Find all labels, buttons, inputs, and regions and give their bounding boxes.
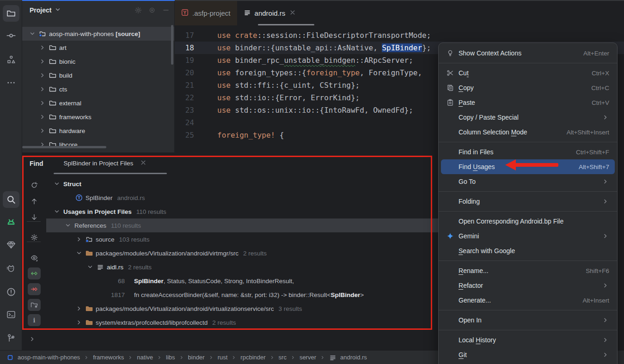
hide-panel-icon[interactable] — [162, 6, 170, 14]
sidebar-icon-problems[interactable] — [3, 284, 19, 300]
navigate-with-single-click-button[interactable] — [28, 267, 41, 279]
find-result-packages-modules-virtualization-android-virtualizationservice-src[interactable]: packages/modules/Virtualization/android/… — [46, 302, 438, 315]
chevron-down-icon[interactable] — [64, 222, 72, 229]
close-icon[interactable] — [140, 159, 147, 166]
project-horizontal-scrollbar[interactable] — [22, 146, 106, 148]
project-tree-item-frameworks[interactable]: frameworks — [22, 110, 174, 124]
project-tree-item-cts[interactable]: cts — [22, 82, 174, 96]
menu-item-search-with-google[interactable]: Search with Google — [441, 243, 615, 258]
navigate-to-source-button[interactable] — [28, 283, 41, 295]
chevron-down-icon[interactable] — [53, 180, 61, 188]
chevron-right-icon[interactable] — [29, 335, 36, 344]
chevron-right-icon[interactable] — [39, 72, 46, 79]
chevron-right-icon[interactable] — [75, 319, 83, 326]
menu-item-cut[interactable]: CutCtrl+X — [441, 66, 615, 80]
chevron-right-icon[interactable] — [39, 58, 46, 65]
tab-asfp-project[interactable]: .asfp-project — [175, 1, 237, 25]
find-result-splbinder[interactable]: SplBinderandroid.rs — [46, 191, 438, 205]
sidebar-icon-structure[interactable] — [3, 51, 19, 68]
project-vertical-scrollbar[interactable] — [171, 25, 173, 65]
scroll-to-source-icon[interactable] — [148, 6, 156, 14]
chevron-down-icon[interactable] — [54, 6, 61, 13]
project-tree-item-libcore[interactable]: libcore — [22, 138, 174, 152]
chevron-down-icon[interactable] — [29, 30, 36, 37]
sidebar-icon-android[interactable] — [3, 214, 19, 231]
sidebar-icon-project[interactable] — [3, 5, 19, 22]
sidebar-icon-terminal[interactable] — [3, 306, 19, 323]
menu-item-generate[interactable]: Generate...Alt+Insert — [441, 293, 615, 308]
find-result-aidl-rs[interactable]: aidl.rs2 results — [46, 260, 438, 274]
breadcrumb-segment-src[interactable]: src — [279, 354, 287, 361]
menu-item-show-context-actions[interactable]: Show Context ActionsAlt+Enter — [441, 46, 615, 61]
menu-item-find-in-files[interactable]: Find in FilesCtrl+Shift+F — [441, 145, 615, 159]
chevron-right-icon[interactable] — [75, 236, 83, 243]
menu-item-open-corresponding-android-bp-file[interactable]: Open Corresponding Android.bp File — [441, 214, 615, 229]
project-tree-item-hardware[interactable]: hardware — [22, 124, 174, 138]
chevron-right-icon[interactable] — [39, 85, 46, 93]
close-tab-icon[interactable] — [140, 159, 147, 168]
project-tree-item-build[interactable]: build — [22, 68, 174, 82]
menu-item-gemini[interactable]: Gemini — [441, 229, 615, 243]
breadcrumb-segment-libs[interactable]: libs — [166, 354, 175, 361]
menu-item-git[interactable]: Git — [441, 347, 615, 362]
menu-item-go-to[interactable]: Go To — [441, 174, 615, 189]
tab-android-rs[interactable]: android.rs — [237, 1, 303, 25]
menu-item-local-history[interactable]: Local History — [441, 333, 615, 347]
breadcrumb-segment-binder[interactable]: binder — [188, 354, 205, 361]
menu-item-rename[interactable]: Rename...Shift+F6 — [441, 263, 615, 278]
menu-item-copy-paste-special[interactable]: Copy / Paste Special — [441, 110, 615, 125]
find-result-packages-modules-virtualization-android-virtmgr-src[interactable]: packages/modules/Virtualization/android/… — [46, 246, 438, 260]
menu-item-paste[interactable]: PasteCtrl+V — [441, 95, 615, 110]
find-results-tab[interactable]: SplBinder in Project Files — [64, 159, 147, 168]
menu-item-copy[interactable]: CopyCtrl+C — [441, 80, 615, 95]
breadcrumb-segment-frameworks[interactable]: frameworks — [93, 354, 124, 361]
refresh-button[interactable] — [28, 179, 41, 191]
find-result-references[interactable]: References110 results — [46, 218, 438, 232]
close-icon[interactable] — [289, 9, 296, 16]
find-result-source[interactable]: source103 results — [46, 232, 438, 246]
chevron-down-icon[interactable] — [53, 208, 61, 215]
chevron-right-icon[interactable] — [39, 99, 46, 107]
project-tree-item-bionic[interactable]: bionic — [22, 55, 174, 68]
find-result-usages-in-project-files[interactable]: Usages in Project Files110 results — [46, 205, 438, 218]
sidebar-icon-version-control[interactable] — [3, 330, 19, 346]
chevron-right-icon[interactable] — [39, 127, 46, 134]
chevron-down-icon[interactable] — [86, 263, 94, 271]
menu-item-column-selection-mode[interactable]: Column Selection ModeAlt+Shift+Insert — [441, 125, 615, 140]
project-tree-item-art[interactable]: art — [22, 41, 174, 55]
breadcrumb-segment-server[interactable]: server — [300, 354, 316, 361]
usage-line-68[interactable]: 68SplBinder, Status, StatusCode, Strong,… — [46, 274, 438, 288]
project-tree-item-external[interactable]: external — [22, 96, 174, 110]
sidebar-icon-commit[interactable] — [3, 27, 19, 44]
menu-item-refactor[interactable]: Refactor — [441, 278, 615, 293]
sidebar-icon-logcat[interactable] — [3, 260, 19, 277]
sidebar-icon-more-tool-windows[interactable] — [3, 74, 19, 91]
breadcrumb-segment-native[interactable]: native — [137, 354, 153, 361]
chevron-down-icon[interactable] — [54, 6, 61, 15]
chevron-right-icon[interactable] — [75, 305, 83, 312]
preview-button[interactable] — [28, 252, 41, 264]
show-import-statements-button[interactable]: i — [28, 314, 41, 326]
project-tree-item-aosp-main-with-phones[interactable]: aosp-main-with-phones [source] — [22, 27, 174, 41]
find-result-system-extras-profcollectd-libprofcollectd[interactable]: system/extras/profcollectd/libprofcollec… — [46, 315, 438, 329]
breadcrumb-segment-rpcbinder[interactable]: rpcbinder — [240, 354, 265, 361]
breadcrumb-segment-aosp-main-with-phones[interactable]: aosp-main-with-phones — [18, 354, 80, 361]
chevron-right-icon[interactable] — [39, 113, 46, 121]
breadcrumb-segment-android-rs[interactable]: android.rs — [340, 354, 367, 361]
menu-item-open-in[interactable]: Open In — [441, 313, 615, 328]
find-result-struct[interactable]: Struct — [46, 177, 438, 191]
panel-options-icon[interactable] — [135, 6, 142, 14]
sidebar-icon-device-manager[interactable] — [3, 237, 19, 253]
chevron-down-icon[interactable] — [75, 249, 83, 257]
chevron-right-icon[interactable] — [29, 335, 36, 343]
code-line-17[interactable]: 17use crate::session::FileDescriptorTran… — [175, 29, 624, 42]
project-panel-title[interactable]: Project — [30, 6, 51, 14]
breadcrumb-segment-rust[interactable]: rust — [218, 354, 228, 361]
sidebar-icon-search[interactable] — [3, 191, 19, 208]
menu-item-folding[interactable]: Folding — [441, 194, 615, 209]
usage-line-1817[interactable]: 1817fn createAccessorBinder(&self, name:… — [46, 288, 438, 302]
previous-occurrence-button[interactable] — [28, 195, 41, 207]
chevron-right-icon[interactable] — [39, 44, 46, 51]
group-by-directory-button[interactable] — [28, 299, 41, 311]
close-tab-icon[interactable] — [289, 9, 296, 18]
